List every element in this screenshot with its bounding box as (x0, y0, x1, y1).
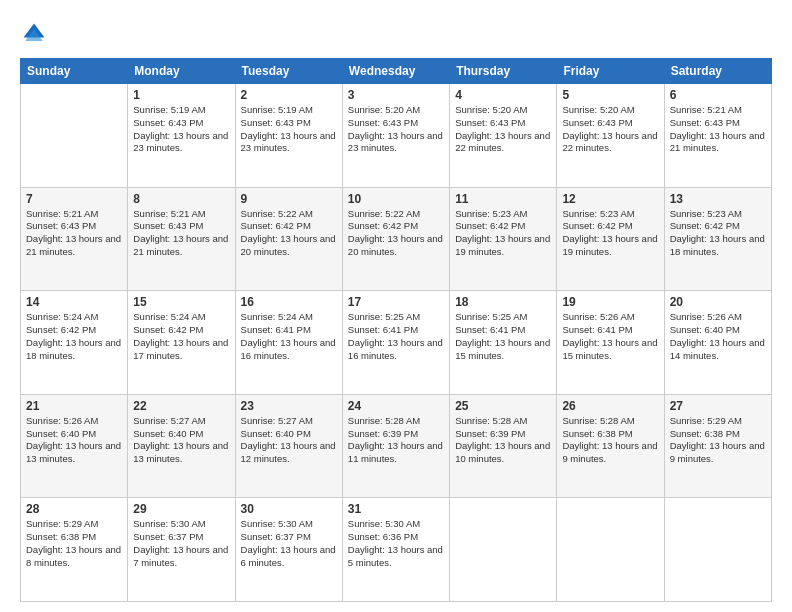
day-info: Sunrise: 5:30 AM Sunset: 6:37 PM Dayligh… (241, 518, 337, 569)
daylight-text: Daylight: 13 hours and 12 minutes. (241, 440, 336, 464)
sunrise-text: Sunrise: 5:29 AM (26, 518, 98, 529)
daylight-text: Daylight: 13 hours and 16 minutes. (348, 337, 443, 361)
daylight-text: Daylight: 13 hours and 14 minutes. (670, 337, 765, 361)
sunrise-text: Sunrise: 5:23 AM (670, 208, 742, 219)
calendar-cell: 11 Sunrise: 5:23 AM Sunset: 6:42 PM Dayl… (450, 187, 557, 291)
daylight-text: Daylight: 13 hours and 10 minutes. (455, 440, 550, 464)
day-number: 23 (241, 399, 337, 413)
day-number: 3 (348, 88, 444, 102)
day-info: Sunrise: 5:19 AM Sunset: 6:43 PM Dayligh… (133, 104, 229, 155)
sunset-text: Sunset: 6:36 PM (348, 531, 418, 542)
sunset-text: Sunset: 6:41 PM (241, 324, 311, 335)
calendar-cell (557, 498, 664, 602)
sunset-text: Sunset: 6:43 PM (133, 220, 203, 231)
sunrise-text: Sunrise: 5:22 AM (348, 208, 420, 219)
daylight-text: Daylight: 13 hours and 20 minutes. (241, 233, 336, 257)
sunrise-text: Sunrise: 5:21 AM (670, 104, 742, 115)
day-info: Sunrise: 5:21 AM Sunset: 6:43 PM Dayligh… (26, 208, 122, 259)
sunset-text: Sunset: 6:43 PM (670, 117, 740, 128)
sunrise-text: Sunrise: 5:24 AM (241, 311, 313, 322)
calendar-cell: 2 Sunrise: 5:19 AM Sunset: 6:43 PM Dayli… (235, 84, 342, 188)
calendar-cell: 8 Sunrise: 5:21 AM Sunset: 6:43 PM Dayli… (128, 187, 235, 291)
daylight-text: Daylight: 13 hours and 21 minutes. (26, 233, 121, 257)
calendar-cell (21, 84, 128, 188)
daylight-text: Daylight: 13 hours and 16 minutes. (241, 337, 336, 361)
daylight-text: Daylight: 13 hours and 22 minutes. (562, 130, 657, 154)
day-info: Sunrise: 5:24 AM Sunset: 6:42 PM Dayligh… (26, 311, 122, 362)
day-info: Sunrise: 5:21 AM Sunset: 6:43 PM Dayligh… (670, 104, 766, 155)
calendar-cell: 23 Sunrise: 5:27 AM Sunset: 6:40 PM Dayl… (235, 394, 342, 498)
sunset-text: Sunset: 6:43 PM (26, 220, 96, 231)
day-number: 28 (26, 502, 122, 516)
sunrise-text: Sunrise: 5:20 AM (562, 104, 634, 115)
daylight-text: Daylight: 13 hours and 19 minutes. (455, 233, 550, 257)
day-number: 22 (133, 399, 229, 413)
day-info: Sunrise: 5:26 AM Sunset: 6:40 PM Dayligh… (26, 415, 122, 466)
daylight-text: Daylight: 13 hours and 9 minutes. (670, 440, 765, 464)
calendar-cell: 22 Sunrise: 5:27 AM Sunset: 6:40 PM Dayl… (128, 394, 235, 498)
day-info: Sunrise: 5:30 AM Sunset: 6:36 PM Dayligh… (348, 518, 444, 569)
sunrise-text: Sunrise: 5:26 AM (562, 311, 634, 322)
sunrise-text: Sunrise: 5:25 AM (348, 311, 420, 322)
daylight-text: Daylight: 13 hours and 7 minutes. (133, 544, 228, 568)
calendar-week-0: 1 Sunrise: 5:19 AM Sunset: 6:43 PM Dayli… (21, 84, 772, 188)
day-number: 12 (562, 192, 658, 206)
day-info: Sunrise: 5:20 AM Sunset: 6:43 PM Dayligh… (562, 104, 658, 155)
sunset-text: Sunset: 6:42 PM (348, 220, 418, 231)
calendar-cell: 12 Sunrise: 5:23 AM Sunset: 6:42 PM Dayl… (557, 187, 664, 291)
sunset-text: Sunset: 6:38 PM (26, 531, 96, 542)
day-info: Sunrise: 5:25 AM Sunset: 6:41 PM Dayligh… (348, 311, 444, 362)
daylight-text: Daylight: 13 hours and 15 minutes. (562, 337, 657, 361)
calendar-cell: 14 Sunrise: 5:24 AM Sunset: 6:42 PM Dayl… (21, 291, 128, 395)
daylight-text: Daylight: 13 hours and 21 minutes. (133, 233, 228, 257)
calendar-cell: 31 Sunrise: 5:30 AM Sunset: 6:36 PM Dayl… (342, 498, 449, 602)
sunset-text: Sunset: 6:42 PM (670, 220, 740, 231)
day-info: Sunrise: 5:22 AM Sunset: 6:42 PM Dayligh… (241, 208, 337, 259)
day-info: Sunrise: 5:27 AM Sunset: 6:40 PM Dayligh… (241, 415, 337, 466)
calendar-cell: 16 Sunrise: 5:24 AM Sunset: 6:41 PM Dayl… (235, 291, 342, 395)
sunrise-text: Sunrise: 5:23 AM (455, 208, 527, 219)
daylight-text: Daylight: 13 hours and 15 minutes. (455, 337, 550, 361)
daylight-text: Daylight: 13 hours and 20 minutes. (348, 233, 443, 257)
sunrise-text: Sunrise: 5:26 AM (26, 415, 98, 426)
day-number: 13 (670, 192, 766, 206)
logo-icon (20, 20, 48, 48)
sunrise-text: Sunrise: 5:25 AM (455, 311, 527, 322)
calendar-cell: 3 Sunrise: 5:20 AM Sunset: 6:43 PM Dayli… (342, 84, 449, 188)
day-header-saturday: Saturday (664, 59, 771, 84)
calendar-cell: 30 Sunrise: 5:30 AM Sunset: 6:37 PM Dayl… (235, 498, 342, 602)
sunrise-text: Sunrise: 5:20 AM (455, 104, 527, 115)
day-info: Sunrise: 5:23 AM Sunset: 6:42 PM Dayligh… (562, 208, 658, 259)
daylight-text: Daylight: 13 hours and 8 minutes. (26, 544, 121, 568)
sunrise-text: Sunrise: 5:30 AM (348, 518, 420, 529)
daylight-text: Daylight: 13 hours and 6 minutes. (241, 544, 336, 568)
day-number: 16 (241, 295, 337, 309)
day-info: Sunrise: 5:19 AM Sunset: 6:43 PM Dayligh… (241, 104, 337, 155)
calendar-cell: 29 Sunrise: 5:30 AM Sunset: 6:37 PM Dayl… (128, 498, 235, 602)
sunset-text: Sunset: 6:43 PM (241, 117, 311, 128)
calendar-cell: 24 Sunrise: 5:28 AM Sunset: 6:39 PM Dayl… (342, 394, 449, 498)
sunset-text: Sunset: 6:42 PM (133, 324, 203, 335)
sunrise-text: Sunrise: 5:22 AM (241, 208, 313, 219)
day-header-friday: Friday (557, 59, 664, 84)
day-number: 21 (26, 399, 122, 413)
calendar-cell: 10 Sunrise: 5:22 AM Sunset: 6:42 PM Dayl… (342, 187, 449, 291)
sunset-text: Sunset: 6:37 PM (133, 531, 203, 542)
calendar-cell (664, 498, 771, 602)
sunset-text: Sunset: 6:41 PM (562, 324, 632, 335)
day-number: 17 (348, 295, 444, 309)
day-info: Sunrise: 5:29 AM Sunset: 6:38 PM Dayligh… (26, 518, 122, 569)
day-info: Sunrise: 5:28 AM Sunset: 6:39 PM Dayligh… (348, 415, 444, 466)
day-info: Sunrise: 5:23 AM Sunset: 6:42 PM Dayligh… (455, 208, 551, 259)
sunset-text: Sunset: 6:39 PM (348, 428, 418, 439)
sunrise-text: Sunrise: 5:20 AM (348, 104, 420, 115)
calendar-cell: 13 Sunrise: 5:23 AM Sunset: 6:42 PM Dayl… (664, 187, 771, 291)
calendar-cell: 1 Sunrise: 5:19 AM Sunset: 6:43 PM Dayli… (128, 84, 235, 188)
day-number: 11 (455, 192, 551, 206)
sunrise-text: Sunrise: 5:21 AM (26, 208, 98, 219)
day-info: Sunrise: 5:24 AM Sunset: 6:42 PM Dayligh… (133, 311, 229, 362)
sunset-text: Sunset: 6:40 PM (26, 428, 96, 439)
day-number: 10 (348, 192, 444, 206)
daylight-text: Daylight: 13 hours and 18 minutes. (26, 337, 121, 361)
calendar-cell: 9 Sunrise: 5:22 AM Sunset: 6:42 PM Dayli… (235, 187, 342, 291)
